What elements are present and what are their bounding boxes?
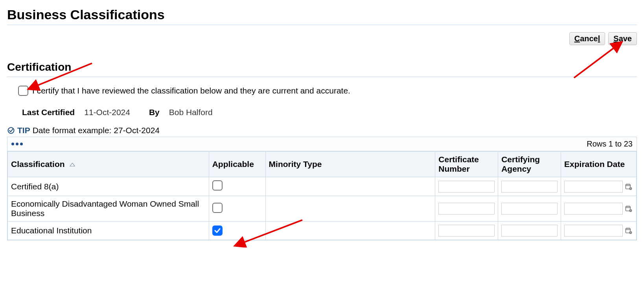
action-bar: Cancel Save	[7, 32, 637, 45]
applicable-cell	[209, 177, 265, 196]
by-value: Bob Halford	[169, 108, 213, 117]
tip-text: Date format example: 27-Oct-2024	[33, 126, 160, 135]
col-expiration-date: Expiration Date	[561, 152, 637, 177]
table-toolbar: Rows 1 to 23	[7, 137, 637, 151]
calendar-icon[interactable]	[624, 226, 633, 235]
classification-table: Classification Applicable Minority Type …	[7, 151, 637, 240]
col-classification-label: Classification	[11, 160, 65, 169]
save-button[interactable]: Save	[608, 32, 637, 45]
applicable-cell	[209, 222, 265, 240]
expiration-date-cell	[561, 222, 637, 240]
col-applicable: Applicable	[209, 152, 265, 177]
applicable-checkbox[interactable]	[212, 226, 223, 236]
applicable-checkbox[interactable]	[212, 203, 223, 213]
certificate-number-cell	[435, 177, 498, 196]
cancel-button[interactable]: Cancel	[569, 32, 605, 45]
svg-point-2	[8, 128, 14, 134]
by-label: By	[149, 108, 160, 117]
table-menu-icon[interactable]	[11, 143, 23, 145]
title-divider	[7, 25, 637, 25]
col-certificate-number: Certificate Number	[435, 152, 498, 177]
tip-icon	[7, 126, 15, 134]
certificate-number-input[interactable]	[438, 225, 495, 236]
rows-summary: Rows 1 to 23	[587, 139, 633, 148]
col-classification[interactable]: Classification	[8, 152, 209, 177]
classification-cell: Economically Disadvantaged Woman Owned S…	[8, 196, 209, 222]
last-certified-value: 11-Oct-2024	[84, 108, 130, 117]
classification-cell: Certified 8(a)	[8, 177, 209, 196]
expiration-date-input[interactable]	[564, 225, 623, 236]
last-certified-label: Last Certified	[22, 108, 75, 117]
table-header-row: Classification Applicable Minority Type …	[8, 152, 637, 177]
certificate-number-input[interactable]	[438, 181, 495, 192]
certify-label: I certify that I have reviewed the class…	[32, 86, 350, 95]
certify-checkbox[interactable]	[18, 86, 28, 96]
applicable-checkbox[interactable]	[212, 180, 223, 191]
certificate-number-cell	[435, 222, 498, 240]
table-row: Certified 8(a)	[8, 177, 637, 196]
expiration-date-input[interactable]	[564, 203, 623, 214]
certification-divider	[7, 77, 637, 77]
tip-word: TIP	[17, 126, 30, 135]
certification-meta: Last Certified 11-Oct-2024 By Bob Halfor…	[22, 108, 637, 117]
expiration-date-cell	[561, 196, 637, 222]
expiration-date-input[interactable]	[564, 181, 623, 192]
certificate-number-cell	[435, 196, 498, 222]
page-title: Business Classifications	[7, 7, 637, 22]
tip-row: TIP Date format example: 27-Oct-2024	[7, 126, 637, 135]
minority-type-cell	[265, 177, 435, 196]
col-minority-type: Minority Type	[265, 152, 435, 177]
certificate-number-input[interactable]	[438, 203, 495, 214]
calendar-icon[interactable]	[624, 182, 633, 191]
minority-type-cell	[265, 222, 435, 240]
certification-heading: Certification	[7, 61, 637, 73]
certifying-agency-input[interactable]	[501, 181, 558, 192]
calendar-icon[interactable]	[624, 204, 633, 213]
certifying-agency-cell	[498, 177, 561, 196]
certifying-agency-input[interactable]	[501, 225, 558, 236]
classification-table-wrap: Rows 1 to 23 Classification Applicable M…	[7, 137, 637, 240]
col-certifying-agency: Certifying Agency	[498, 152, 561, 177]
certify-row: I certify that I have reviewed the class…	[18, 86, 637, 96]
certifying-agency-input[interactable]	[501, 203, 558, 214]
minority-type-cell	[265, 196, 435, 222]
table-row: Educational Institution	[8, 222, 637, 240]
classification-cell: Educational Institution	[8, 222, 209, 240]
certifying-agency-cell	[498, 222, 561, 240]
applicable-cell	[209, 196, 265, 222]
expiration-date-cell	[561, 177, 637, 196]
table-row: Economically Disadvantaged Woman Owned S…	[8, 196, 637, 222]
sort-asc-icon	[69, 160, 75, 169]
certifying-agency-cell	[498, 196, 561, 222]
